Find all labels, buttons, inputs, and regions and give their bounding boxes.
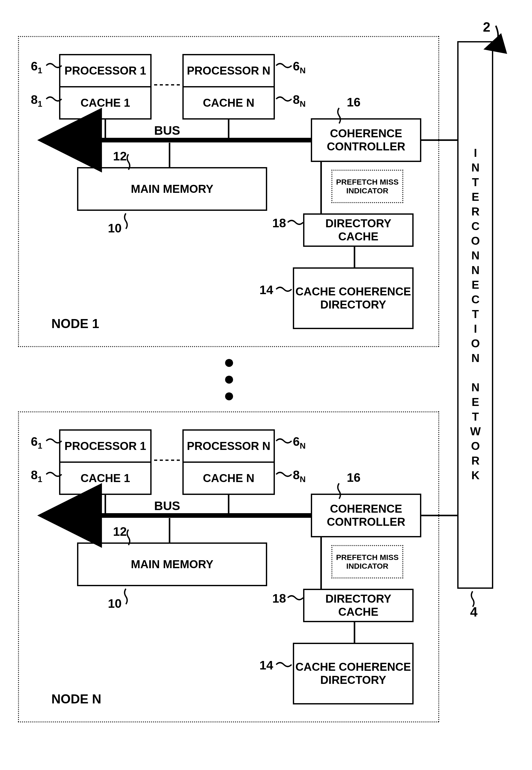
node1-directory-cache: DIRECTORY CACHE: [303, 214, 414, 247]
noden-proc1-ref: 61: [31, 434, 42, 451]
diagram-page: 2 INTERCONNECTION NETWORK 4 NODE 1 PROCE…: [0, 0, 532, 770]
node1-procN-ref: 6N: [293, 59, 306, 75]
node1-main-memory: MAIN MEMORY: [77, 167, 267, 211]
noden-cacheN-ref: 8N: [293, 468, 306, 484]
noden-cache-1: CACHE 1: [59, 461, 152, 495]
ellipsis-between-nodes: ●●●: [223, 354, 235, 403]
noden-processor-1: PROCESSOR 1: [59, 429, 152, 463]
node1-bus-label: BUS: [154, 123, 180, 137]
noden-cc-ref: 16: [347, 470, 360, 485]
node1-cache-coherence-directory: CACHE COHERENCE DIRECTORY: [293, 267, 414, 329]
noden-processor-n: PROCESSOR N: [182, 429, 275, 463]
noden-mm-ref: 10: [108, 597, 122, 611]
node1-processor-1: PROCESSOR 1: [59, 54, 152, 87]
interconnection-network-label: INTERCONNECTION NETWORK: [469, 146, 482, 484]
node1-ccd-ref: 14: [259, 283, 273, 297]
noden-dc-ref: 18: [272, 591, 286, 606]
noden-bus-ref: 12: [113, 524, 127, 538]
noden-procN-ref: 6N: [293, 434, 306, 451]
node1-mm-ref: 10: [108, 221, 122, 235]
node1-cc-ref: 16: [347, 95, 360, 109]
noden-coherence-controller: COHERENCE CONTROLLER: [311, 494, 421, 537]
node-n-title: NODE N: [51, 692, 101, 707]
node1-bus-ref: 12: [113, 149, 127, 163]
interconnection-network: INTERCONNECTION NETWORK: [457, 41, 493, 589]
node1-proc1-ref: 61: [31, 59, 42, 75]
node1-coherence-controller: COHERENCE CONTROLLER: [311, 118, 421, 162]
node1-cacheN-ref: 8N: [293, 92, 306, 109]
noden-bus-label: BUS: [154, 499, 180, 513]
system-ref: 2: [483, 19, 490, 35]
node-1-title: NODE 1: [51, 316, 99, 331]
noden-cache1-ref: 81: [31, 468, 42, 484]
interconnect-ref: 4: [470, 604, 478, 620]
noden-cache-n: CACHE N: [182, 461, 275, 495]
node1-cache1-ref: 81: [31, 92, 42, 109]
node1-cache-1: CACHE 1: [59, 86, 152, 119]
node1-dc-ref: 18: [272, 216, 286, 230]
node1-cache-n: CACHE N: [182, 86, 275, 119]
node1-prefetch-miss-indicator: PREFETCH MISS INDICATOR: [331, 170, 403, 203]
node1-processor-n: PROCESSOR N: [182, 54, 275, 87]
noden-ccd-ref: 14: [259, 658, 273, 672]
noden-directory-cache: DIRECTORY CACHE: [303, 589, 414, 622]
noden-cache-coherence-directory: CACHE COHERENCE DIRECTORY: [293, 643, 414, 704]
noden-main-memory: MAIN MEMORY: [77, 542, 267, 586]
noden-prefetch-miss-indicator: PREFETCH MISS INDICATOR: [331, 545, 403, 579]
